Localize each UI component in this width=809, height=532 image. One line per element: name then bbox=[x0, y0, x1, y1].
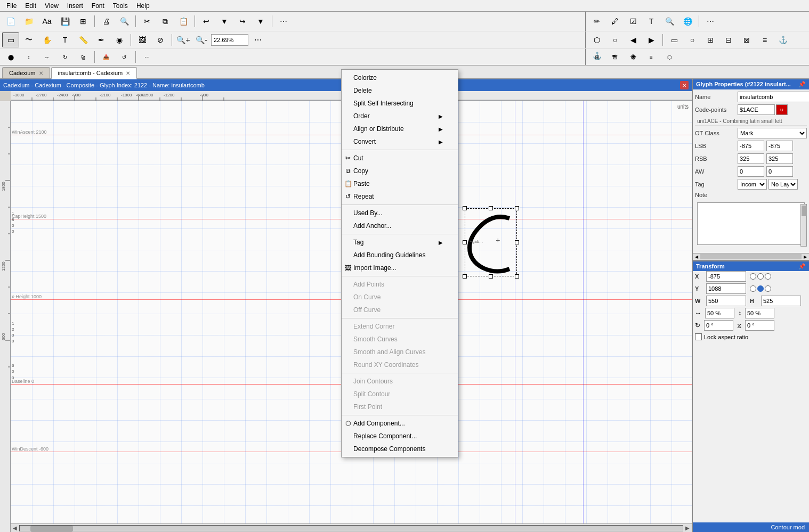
ctx-convert[interactable]: Convert ▶ bbox=[342, 135, 458, 148]
ctx-copy[interactable]: ⧉ Copy bbox=[342, 165, 458, 177]
t3-export-btn[interactable]: ↺ bbox=[116, 50, 133, 64]
props-hscroll[interactable]: ◀ ▶ bbox=[693, 253, 809, 260]
lasso-btn[interactable]: 〜 bbox=[20, 32, 37, 47]
scroll-left-btn[interactable]: ◀ bbox=[11, 525, 19, 531]
unicode-btn[interactable]: U bbox=[776, 104, 788, 115]
select-btn[interactable]: ▭ bbox=[2, 32, 19, 47]
r2-rect-btn[interactable]: ▭ bbox=[666, 32, 683, 47]
menu-tools[interactable]: Tools bbox=[109, 1, 132, 11]
menu-insert[interactable]: Insert bbox=[63, 1, 87, 11]
r-search-btn[interactable]: 🔍 bbox=[661, 14, 678, 29]
ctx-add-points[interactable]: Add Points bbox=[342, 278, 458, 291]
r2-list-btn[interactable]: ≡ bbox=[756, 32, 773, 47]
ctx-import-image[interactable]: 🖼 Import Image... bbox=[342, 261, 458, 274]
tab-insulartcomb[interactable]: insulartcomb - Cadexium ✕ bbox=[51, 67, 137, 79]
r2-anchor1-btn[interactable]: ⚓ bbox=[774, 32, 791, 47]
ctx-split-self[interactable]: Split Self Intersecting bbox=[342, 101, 458, 110]
panel-pin[interactable]: 📌 bbox=[798, 81, 806, 88]
eraser-btn[interactable]: ◉ bbox=[111, 32, 128, 47]
r3-btn5[interactable]: ⬡ bbox=[661, 50, 678, 64]
rotate-input[interactable] bbox=[704, 320, 733, 331]
grid-btn[interactable]: ⊞ bbox=[75, 14, 92, 29]
more-btn[interactable]: ⋯ bbox=[275, 14, 292, 29]
measure-btn[interactable]: 📏 bbox=[75, 32, 92, 47]
handle-tr[interactable] bbox=[515, 206, 519, 210]
paste-btn[interactable]: 📋 bbox=[175, 14, 192, 29]
ctx-add-component[interactable]: ⬡ Add Component... bbox=[342, 417, 458, 430]
zoom-out-btn[interactable]: 🔍- bbox=[193, 32, 210, 47]
w-input[interactable] bbox=[706, 296, 746, 306]
pen-tool-btn[interactable]: ✒ bbox=[93, 32, 110, 47]
r-pen-btn[interactable]: 🖊 bbox=[606, 14, 624, 29]
transform-pin[interactable]: 📌 bbox=[798, 263, 806, 270]
lsb-input1[interactable] bbox=[738, 141, 764, 151]
lock-checkbox[interactable] bbox=[695, 333, 702, 340]
scale-x-input[interactable] bbox=[705, 308, 734, 318]
ctx-smooth-align[interactable]: Smooth and Align Curves bbox=[342, 346, 458, 358]
y-input[interactable] bbox=[706, 283, 746, 294]
open-btn[interactable]: 📁 bbox=[20, 14, 37, 29]
ctx-on-curve[interactable]: On Curve bbox=[342, 291, 458, 304]
hatch-btn[interactable]: ⊘ bbox=[152, 32, 169, 47]
canvas-close-btn[interactable]: ✕ bbox=[680, 81, 689, 89]
rsb-input2[interactable] bbox=[766, 153, 793, 164]
menu-view[interactable]: View bbox=[41, 1, 63, 11]
r2-ellipse-btn[interactable]: ○ bbox=[684, 32, 701, 47]
t3-mirror-btn[interactable]: ⧎ bbox=[75, 50, 92, 64]
r-text-btn[interactable]: T bbox=[643, 14, 660, 29]
t3-btn1[interactable]: ⬤ bbox=[2, 50, 19, 64]
handle-ml[interactable] bbox=[463, 240, 467, 244]
t3-btn2[interactable]: ↕ bbox=[20, 50, 37, 64]
ctx-first-point[interactable]: First Point bbox=[342, 400, 458, 413]
lsb-input2[interactable] bbox=[766, 141, 793, 151]
image-btn[interactable]: 🖼 bbox=[134, 32, 151, 47]
r2-arrow-left[interactable]: ◀ bbox=[625, 32, 642, 47]
zoom-input[interactable]: 22.69% bbox=[211, 34, 248, 46]
new-btn[interactable]: 📄 bbox=[2, 14, 19, 29]
r2-table-btn[interactable]: ⊟ bbox=[720, 32, 737, 47]
cut-btn[interactable]: ✂ bbox=[139, 14, 156, 29]
y-radio1[interactable] bbox=[750, 285, 756, 292]
handle-bl[interactable] bbox=[463, 274, 467, 279]
zoom-in-btn[interactable]: 🔍+ bbox=[175, 32, 192, 47]
redo-btn[interactable]: ↪ bbox=[234, 14, 251, 29]
ctx-cut[interactable]: ✂ Cut bbox=[342, 152, 458, 165]
tag-select2[interactable]: No Lay bbox=[768, 179, 798, 190]
print-btn[interactable]: 🖨 bbox=[98, 14, 115, 29]
hand-btn[interactable]: ✋ bbox=[38, 32, 55, 47]
r2-table2-btn[interactable]: ⊠ bbox=[738, 32, 755, 47]
text-tool-btn[interactable]: T bbox=[56, 32, 74, 47]
ctx-paste[interactable]: 📋 Paste bbox=[342, 177, 458, 190]
name-input[interactable] bbox=[738, 92, 809, 102]
t3-rotate-btn[interactable]: ↻ bbox=[56, 50, 74, 64]
r2-btn2[interactable]: ○ bbox=[606, 32, 624, 47]
r3-btn1[interactable]: ⊞ bbox=[588, 50, 605, 64]
r-check-btn[interactable]: ☑ bbox=[625, 14, 642, 29]
handle-tc[interactable] bbox=[489, 206, 493, 210]
note-scroll-thumb[interactable] bbox=[802, 206, 807, 216]
ctx-align[interactable]: Align or Distribute ▶ bbox=[342, 122, 458, 135]
handle-mr[interactable] bbox=[515, 240, 519, 244]
ctx-round-xy[interactable]: Round XY Coordinates bbox=[342, 358, 458, 371]
undo-dropdown[interactable]: ▼ bbox=[216, 14, 233, 29]
save-btn[interactable]: 💾 bbox=[56, 14, 74, 29]
t3-import-btn[interactable]: 📥 bbox=[98, 50, 115, 64]
canvas-hscroll[interactable]: ◀ ▶ bbox=[11, 523, 692, 532]
t3-btn3[interactable]: ↔ bbox=[38, 50, 55, 64]
r-edit-btn[interactable]: ✏ bbox=[588, 14, 605, 29]
codepoints-input[interactable] bbox=[738, 104, 775, 115]
h-input[interactable] bbox=[761, 296, 801, 306]
r3-btn3[interactable]: ⊠ bbox=[625, 50, 642, 64]
redo-dropdown[interactable]: ▼ bbox=[252, 14, 269, 29]
x-input[interactable] bbox=[706, 271, 746, 282]
props-scroll-left[interactable]: ◀ bbox=[693, 255, 700, 259]
font-btn[interactable]: Aa bbox=[38, 14, 55, 29]
zoom-more-btn[interactable]: ⋯ bbox=[249, 32, 266, 47]
ctx-extend-corner[interactable]: Extend Corner bbox=[342, 320, 458, 333]
note-textarea[interactable] bbox=[697, 202, 805, 245]
otclass-select[interactable]: Mark Base Ligature bbox=[738, 128, 807, 138]
find-btn[interactable]: 🔍 bbox=[116, 14, 133, 29]
aw-input1[interactable] bbox=[738, 166, 764, 177]
menu-edit[interactable]: Edit bbox=[21, 1, 41, 11]
r-more-btn[interactable]: ⋯ bbox=[702, 14, 719, 29]
